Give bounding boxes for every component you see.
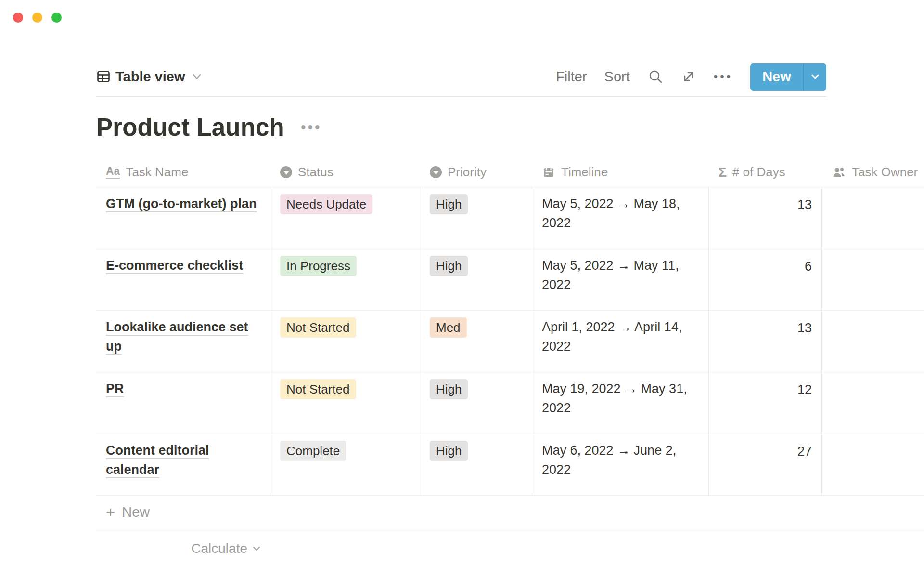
people-icon xyxy=(832,165,846,180)
status-cell[interactable]: Complete xyxy=(270,434,420,495)
priority-cell[interactable]: High xyxy=(420,249,532,310)
view-toolbar: Table view Filter Sort xyxy=(96,0,826,96)
toolbar-divider xyxy=(96,96,826,97)
status-badge: In Progress xyxy=(280,256,357,276)
text-property-icon: Aa xyxy=(106,166,120,179)
status-cell[interactable]: In Progress xyxy=(270,249,420,310)
add-new-row-label: New xyxy=(122,504,150,520)
column-header-task-owner[interactable]: Task Owner xyxy=(822,158,924,187)
timeline-cell[interactable]: May 5, 2022 → May 18, 2022 xyxy=(532,187,709,249)
title-more-icon[interactable]: ••• xyxy=(301,119,322,135)
priority-cell[interactable]: High xyxy=(420,372,532,434)
status-badge: Not Started xyxy=(280,379,356,399)
search-icon[interactable] xyxy=(647,68,664,85)
page-title[interactable]: Product Launch xyxy=(96,113,284,142)
calculate-button[interactable]: Calculate xyxy=(96,536,270,561)
table-row: E-commerce checklist In Progress High Ma… xyxy=(96,249,924,311)
priority-badge: High xyxy=(430,441,468,461)
column-header-days[interactable]: Σ # of Days xyxy=(709,158,822,187)
column-label: # of Days xyxy=(732,165,785,180)
column-label: Status xyxy=(298,165,334,180)
column-label: Task Name xyxy=(126,165,188,180)
task-name-cell[interactable]: Content editorial calendar xyxy=(96,434,270,495)
add-new-row-button[interactable]: + New xyxy=(96,496,924,529)
table-row: Lookalike audience set up Not Started Me… xyxy=(96,311,924,372)
priority-badge: High xyxy=(430,379,468,399)
days-cell[interactable]: 27 xyxy=(709,434,822,495)
table-row: Content editorial calendar Complete High… xyxy=(96,434,924,496)
title-row: Product Launch ••• xyxy=(96,109,924,145)
page-link[interactable]: E-commerce checklist xyxy=(106,258,243,273)
new-button-label[interactable]: New xyxy=(750,63,803,91)
expand-icon[interactable] xyxy=(681,69,696,84)
days-cell[interactable]: 6 xyxy=(709,249,822,310)
priority-cell[interactable]: High xyxy=(420,434,532,495)
plus-icon: + xyxy=(106,504,115,520)
table-view-icon xyxy=(96,69,111,84)
column-header-priority[interactable]: Priority xyxy=(420,158,532,187)
task-name-cell[interactable]: Lookalike audience set up xyxy=(96,311,270,372)
task-owner-cell[interactable] xyxy=(822,434,924,495)
window-controls xyxy=(13,13,62,23)
timeline-cell[interactable]: April 1, 2022 → April 14, 2022 xyxy=(532,311,709,372)
status-badge: Needs Update xyxy=(280,194,372,214)
close-window-button[interactable] xyxy=(13,13,23,23)
priority-badge: High xyxy=(430,256,468,276)
calendar-icon xyxy=(542,166,555,179)
timeline-cell[interactable]: May 6, 2022 → June 2, 2022 xyxy=(532,434,709,495)
task-name-cell[interactable]: E-commerce checklist xyxy=(96,249,270,310)
status-cell[interactable]: Needs Update xyxy=(270,187,420,249)
chevron-down-icon xyxy=(190,70,204,83)
table-header-row: Aa Task Name Status Priority Timeline xyxy=(96,158,924,187)
column-header-timeline[interactable]: Timeline xyxy=(532,158,709,187)
filter-button[interactable]: Filter xyxy=(556,69,587,85)
days-cell[interactable]: 12 xyxy=(709,372,822,434)
formula-sum-icon: Σ xyxy=(719,166,727,179)
column-label: Priority xyxy=(448,165,487,180)
column-header-task-name[interactable]: Aa Task Name xyxy=(96,158,270,187)
more-options-icon[interactable]: ••• xyxy=(714,71,733,82)
task-name-cell[interactable]: PR xyxy=(96,372,270,434)
select-property-icon xyxy=(430,166,442,178)
task-owner-cell[interactable] xyxy=(822,311,924,372)
zoom-window-button[interactable] xyxy=(51,13,62,23)
days-cell[interactable]: 13 xyxy=(709,187,822,249)
status-badge: Complete xyxy=(280,441,346,461)
task-owner-cell[interactable] xyxy=(822,187,924,249)
new-button-dropdown-icon[interactable] xyxy=(804,63,826,91)
sort-button[interactable]: Sort xyxy=(604,69,630,85)
notion-page: Table view Filter Sort xyxy=(96,0,924,561)
priority-cell[interactable]: High xyxy=(420,187,532,249)
days-cell[interactable]: 13 xyxy=(709,311,822,372)
status-cell[interactable]: Not Started xyxy=(270,311,420,372)
priority-cell[interactable]: Med xyxy=(420,311,532,372)
select-property-icon xyxy=(280,166,292,178)
table-row: GTM (go-to-market) plan Needs Update Hig… xyxy=(96,187,924,249)
page-link[interactable]: PR xyxy=(106,381,124,396)
priority-badge: Med xyxy=(430,317,467,338)
view-name-label: Table view xyxy=(116,69,185,85)
column-label: Task Owner xyxy=(852,165,918,180)
chevron-down-icon xyxy=(251,543,262,554)
priority-badge: High xyxy=(430,194,468,214)
status-badge: Not Started xyxy=(280,317,356,338)
table-row: PR Not Started High May 19, 2022 → May 3… xyxy=(96,372,924,434)
column-label: Timeline xyxy=(561,165,608,180)
timeline-cell[interactable]: May 5, 2022 → May 11, 2022 xyxy=(532,249,709,310)
task-owner-cell[interactable] xyxy=(822,249,924,310)
page-link[interactable]: Lookalike audience set up xyxy=(106,320,248,354)
new-button[interactable]: New xyxy=(750,63,826,91)
page-link[interactable]: GTM (go-to-market) plan xyxy=(106,197,257,211)
task-owner-cell[interactable] xyxy=(822,372,924,434)
task-name-cell[interactable]: GTM (go-to-market) plan xyxy=(96,187,270,249)
page-link[interactable]: Content editorial calendar xyxy=(106,443,209,477)
column-header-status[interactable]: Status xyxy=(270,158,420,187)
timeline-cell[interactable]: May 19, 2022 → May 31, 2022 xyxy=(532,372,709,434)
calculate-label: Calculate xyxy=(191,541,247,556)
toolbar-actions: Filter Sort ••• New xyxy=(556,63,826,91)
status-cell[interactable]: Not Started xyxy=(270,372,420,434)
minimize-window-button[interactable] xyxy=(32,13,42,23)
view-switcher[interactable]: Table view xyxy=(96,69,204,85)
